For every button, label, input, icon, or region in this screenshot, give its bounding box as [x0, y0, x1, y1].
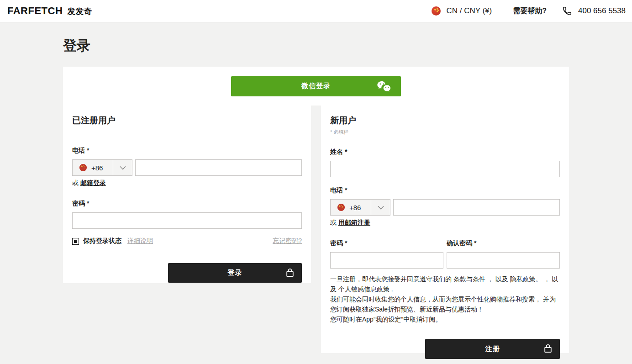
register-submit-button[interactable]: 注册	[425, 339, 560, 359]
terms-text-segment: .	[390, 285, 393, 293]
chevron-down-icon	[113, 166, 132, 170]
contact-phone[interactable]: 400 656 5538	[562, 6, 626, 16]
header-right: CN / CNY (¥) 需要帮助? 400 656 5538	[432, 6, 626, 16]
login-phone-label: 电话 *	[72, 147, 302, 155]
login-password-input[interactable]	[72, 212, 302, 229]
checkbox-mark	[74, 240, 77, 243]
register-heading: 新用户	[330, 115, 560, 127]
register-phone-input[interactable]	[393, 199, 560, 216]
farfetch-logo[interactable]: FARFETCH 发发奇	[7, 5, 92, 17]
privacy-policy-link[interactable]: 隐私政策	[510, 275, 536, 283]
or-text: 或	[330, 219, 337, 226]
header: FARFETCH 发发奇 CN / CNY (¥) 需要帮助? 400 656 …	[0, 0, 632, 22]
register-country-code-select[interactable]: +86	[330, 199, 390, 216]
login-password-label: 密码 *	[72, 200, 302, 208]
register-email-alt: 或 用邮箱注册	[330, 219, 560, 227]
wechat-login-band: 微信登录	[63, 67, 569, 106]
email-register-link[interactable]: 用邮箱注册	[338, 219, 370, 226]
register-confirm-password-input[interactable]	[447, 252, 560, 269]
logo-text-en: FARFETCH	[7, 5, 63, 17]
wechat-login-button[interactable]: 微信登录	[231, 76, 401, 96]
terms-paragraph-1: 一旦注册，即代表您接受并同意遵守我们的 条款与条件 ， 以及 隐私政策。 ， 以…	[330, 274, 560, 294]
required-fields-note: * 必填栏	[330, 129, 560, 136]
country-code-value: +86	[331, 200, 371, 215]
forgot-password-link[interactable]: 忘记密码?	[273, 237, 302, 245]
login-submit-button[interactable]: 登录	[168, 263, 302, 283]
or-text: 或	[72, 179, 79, 186]
help-link[interactable]: 需要帮助?	[513, 6, 547, 16]
details-link[interactable]: 详细说明	[127, 237, 153, 245]
keep-signed-in-checkbox[interactable]	[72, 238, 79, 245]
login-heading: 已注册用户	[72, 115, 302, 127]
email-login-link[interactable]: 邮箱登录	[80, 179, 106, 186]
register-confirm-password-label: 确认密码 *	[447, 239, 560, 248]
register-password-input[interactable]	[330, 252, 443, 269]
region-currency-selector[interactable]: CN / CNY (¥)	[432, 6, 492, 16]
register-submit-label: 注册	[485, 345, 500, 353]
register-name-input[interactable]	[330, 161, 560, 177]
terms-conditions-link[interactable]: 条款与条件	[453, 275, 485, 283]
login-submit-label: 登录	[228, 269, 242, 277]
remember-row: 保持登录状态 详细说明 忘记密码?	[72, 237, 302, 245]
register-panel: 新用户 * 必填栏 姓名 * 电话 * +86	[321, 106, 569, 353]
logo-text-cn: 发发奇	[67, 6, 92, 17]
register-password-label: 密码 *	[330, 239, 443, 248]
keep-signed-in-label: 保持登录状态	[83, 237, 121, 245]
wechat-icon	[377, 81, 391, 94]
chevron-down-icon	[371, 206, 390, 210]
lock-icon	[543, 343, 553, 355]
china-flag-icon	[79, 164, 87, 172]
login-email-alt: 或 邮箱登录	[72, 179, 302, 187]
country-code-value: +86	[73, 160, 113, 175]
terms-text-segment: ， 以及	[485, 275, 510, 283]
terms-text: 一旦注册，即代表您接受并同意遵守我们的 条款与条件 ， 以及 隐私政策。 ， 以…	[330, 274, 560, 324]
sensitive-info-policy-link[interactable]: 个人敏感信息政策	[338, 285, 390, 293]
terms-paragraph-3: 您可随时在App“我的设定”中取消订阅。	[330, 314, 560, 324]
country-code-text: +86	[349, 204, 361, 211]
login-phone-input[interactable]	[135, 159, 302, 176]
terms-text-segment: 一旦注册，即代表您接受并同意遵守我们的	[330, 275, 453, 283]
phone-number: 400 656 5538	[578, 6, 626, 16]
lock-icon	[285, 268, 295, 279]
page-title: 登录	[63, 22, 569, 67]
login-country-code-select[interactable]: +86	[72, 159, 132, 176]
register-name-label: 姓名 *	[330, 148, 560, 156]
login-panel: 已注册用户 电话 * +86	[63, 106, 311, 283]
wechat-login-label: 微信登录	[301, 82, 331, 90]
register-phone-label: 电话 *	[330, 186, 560, 195]
country-code-text: +86	[91, 164, 103, 172]
china-flag-icon	[337, 203, 345, 211]
terms-paragraph-2: 我们可能会同时收集您的个人信息，从而为您展示个性化购物推荐和搜索， 并为您订阅获…	[330, 294, 560, 314]
region-currency-label: CN / CNY (¥)	[446, 6, 492, 16]
phone-icon	[562, 6, 572, 16]
china-flag-icon	[432, 6, 441, 16]
